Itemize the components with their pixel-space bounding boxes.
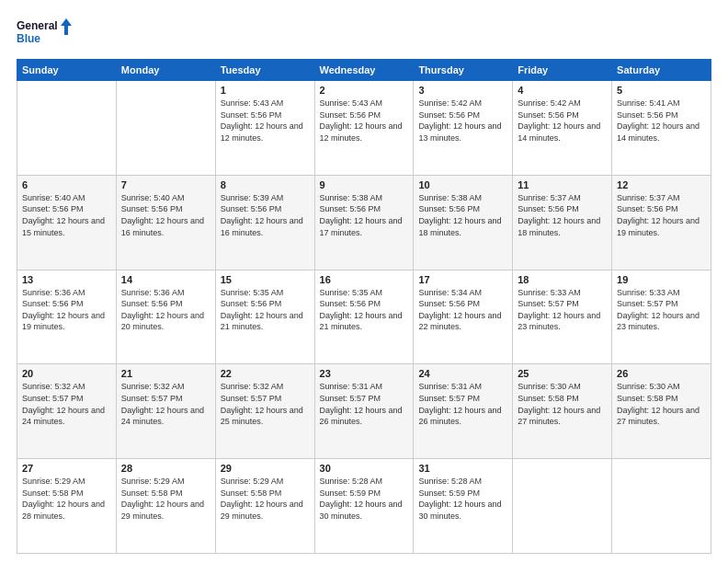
day-cell-17: 17Sunrise: 5:34 AMSunset: 5:56 PMDayligh… (414, 270, 513, 364)
day-info: Sunrise: 5:40 AMSunset: 5:56 PMDaylight:… (22, 192, 111, 238)
day-cell-9: 9Sunrise: 5:38 AMSunset: 5:56 PMDaylight… (314, 175, 414, 270)
day-cell-25: 25Sunrise: 5:30 AMSunset: 5:58 PMDayligh… (513, 364, 612, 459)
day-info: Sunrise: 5:42 AMSunset: 5:56 PMDaylight:… (518, 98, 607, 144)
day-number: 24 (418, 368, 507, 379)
day-cell-27: 27Sunrise: 5:29 AMSunset: 5:58 PMDayligh… (17, 459, 117, 554)
day-cell-18: 18Sunrise: 5:33 AMSunset: 5:57 PMDayligh… (513, 270, 612, 364)
day-number: 9 (320, 179, 409, 190)
day-info: Sunrise: 5:35 AMSunset: 5:56 PMDaylight:… (320, 287, 409, 333)
day-number: 22 (221, 368, 310, 379)
day-cell-2: 2Sunrise: 5:43 AMSunset: 5:56 PMDaylight… (314, 81, 414, 176)
day-cell-29: 29Sunrise: 5:29 AMSunset: 5:58 PMDayligh… (215, 459, 314, 554)
day-number: 12 (617, 179, 706, 190)
day-info: Sunrise: 5:30 AMSunset: 5:58 PMDaylight:… (617, 381, 706, 427)
day-cell-4: 4Sunrise: 5:42 AMSunset: 5:56 PMDaylight… (513, 81, 612, 176)
day-info: Sunrise: 5:42 AMSunset: 5:56 PMDaylight:… (418, 98, 507, 144)
day-cell-3: 3Sunrise: 5:42 AMSunset: 5:56 PMDaylight… (414, 81, 513, 176)
day-number: 18 (518, 274, 607, 285)
day-cell-21: 21Sunrise: 5:32 AMSunset: 5:57 PMDayligh… (116, 364, 215, 459)
empty-cell (612, 459, 711, 554)
day-cell-28: 28Sunrise: 5:29 AMSunset: 5:58 PMDayligh… (116, 459, 215, 554)
day-cell-16: 16Sunrise: 5:35 AMSunset: 5:56 PMDayligh… (314, 270, 414, 364)
svg-text:Blue: Blue (17, 32, 40, 45)
day-number: 25 (518, 368, 607, 379)
day-info: Sunrise: 5:38 AMSunset: 5:56 PMDaylight:… (418, 192, 507, 238)
weekday-header-thursday: Thursday (414, 60, 513, 81)
day-info: Sunrise: 5:29 AMSunset: 5:58 PMDaylight:… (221, 476, 310, 522)
day-info: Sunrise: 5:41 AMSunset: 5:56 PMDaylight:… (617, 98, 706, 144)
day-number: 3 (418, 85, 507, 96)
day-cell-31: 31Sunrise: 5:28 AMSunset: 5:59 PMDayligh… (414, 459, 513, 554)
day-number: 23 (320, 368, 409, 379)
day-info: Sunrise: 5:29 AMSunset: 5:58 PMDaylight:… (22, 476, 111, 522)
day-number: 13 (22, 274, 111, 285)
weekday-header-monday: Monday (116, 60, 215, 81)
day-number: 6 (22, 179, 111, 190)
day-info: Sunrise: 5:33 AMSunset: 5:57 PMDaylight:… (518, 287, 607, 333)
day-cell-30: 30Sunrise: 5:28 AMSunset: 5:59 PMDayligh… (314, 459, 414, 554)
day-cell-23: 23Sunrise: 5:31 AMSunset: 5:57 PMDayligh… (314, 364, 414, 459)
svg-marker-2 (61, 18, 72, 35)
day-cell-22: 22Sunrise: 5:32 AMSunset: 5:57 PMDayligh… (215, 364, 314, 459)
day-number: 4 (518, 85, 607, 96)
day-info: Sunrise: 5:32 AMSunset: 5:57 PMDaylight:… (221, 381, 310, 427)
day-number: 1 (221, 85, 310, 96)
day-cell-11: 11Sunrise: 5:37 AMSunset: 5:56 PMDayligh… (513, 175, 612, 270)
day-number: 17 (418, 274, 507, 285)
day-cell-6: 6Sunrise: 5:40 AMSunset: 5:56 PMDaylight… (17, 175, 117, 270)
weekday-header-tuesday: Tuesday (215, 60, 314, 81)
day-info: Sunrise: 5:37 AMSunset: 5:56 PMDaylight:… (518, 192, 607, 238)
empty-cell (513, 459, 612, 554)
day-number: 5 (617, 85, 706, 96)
day-cell-8: 8Sunrise: 5:39 AMSunset: 5:56 PMDaylight… (215, 175, 314, 270)
day-number: 7 (121, 179, 210, 190)
day-number: 31 (418, 463, 507, 474)
day-number: 14 (121, 274, 210, 285)
weekday-header-saturday: Saturday (612, 60, 711, 81)
day-info: Sunrise: 5:40 AMSunset: 5:56 PMDaylight:… (121, 192, 210, 238)
day-info: Sunrise: 5:38 AMSunset: 5:56 PMDaylight:… (320, 192, 409, 238)
day-cell-19: 19Sunrise: 5:33 AMSunset: 5:57 PMDayligh… (612, 270, 711, 364)
day-number: 27 (22, 463, 111, 474)
day-cell-20: 20Sunrise: 5:32 AMSunset: 5:57 PMDayligh… (17, 364, 117, 459)
day-number: 11 (518, 179, 607, 190)
day-info: Sunrise: 5:33 AMSunset: 5:57 PMDaylight:… (617, 287, 706, 333)
day-info: Sunrise: 5:34 AMSunset: 5:56 PMDaylight:… (418, 287, 507, 333)
day-number: 21 (121, 368, 210, 379)
empty-cell (116, 81, 215, 176)
day-cell-5: 5Sunrise: 5:41 AMSunset: 5:56 PMDaylight… (612, 81, 711, 176)
day-info: Sunrise: 5:43 AMSunset: 5:56 PMDaylight:… (221, 98, 310, 144)
day-cell-15: 15Sunrise: 5:35 AMSunset: 5:56 PMDayligh… (215, 270, 314, 364)
day-number: 19 (617, 274, 706, 285)
weekday-header-wednesday: Wednesday (314, 60, 414, 81)
day-info: Sunrise: 5:35 AMSunset: 5:56 PMDaylight:… (221, 287, 310, 333)
logo-svg: General Blue (17, 17, 72, 50)
day-info: Sunrise: 5:28 AMSunset: 5:59 PMDaylight:… (418, 476, 507, 522)
day-info: Sunrise: 5:43 AMSunset: 5:56 PMDaylight:… (320, 98, 409, 144)
day-number: 29 (221, 463, 310, 474)
logo: General Blue (17, 17, 72, 50)
calendar-table: SundayMondayTuesdayWednesdayThursdayFrid… (17, 59, 711, 554)
page: General Blue SundayMondayTuesdayWednesda… (0, 0, 728, 563)
day-info: Sunrise: 5:31 AMSunset: 5:57 PMDaylight:… (418, 381, 507, 427)
day-info: Sunrise: 5:31 AMSunset: 5:57 PMDaylight:… (320, 381, 409, 427)
day-number: 16 (320, 274, 409, 285)
day-cell-13: 13Sunrise: 5:36 AMSunset: 5:56 PMDayligh… (17, 270, 117, 364)
day-info: Sunrise: 5:37 AMSunset: 5:56 PMDaylight:… (617, 192, 706, 238)
day-number: 10 (418, 179, 507, 190)
day-info: Sunrise: 5:32 AMSunset: 5:57 PMDaylight:… (22, 381, 111, 427)
day-number: 28 (121, 463, 210, 474)
weekday-header-friday: Friday (513, 60, 612, 81)
weekday-header-sunday: Sunday (17, 60, 117, 81)
day-info: Sunrise: 5:32 AMSunset: 5:57 PMDaylight:… (121, 381, 210, 427)
day-info: Sunrise: 5:29 AMSunset: 5:58 PMDaylight:… (121, 476, 210, 522)
svg-text:General: General (17, 19, 58, 32)
day-cell-14: 14Sunrise: 5:36 AMSunset: 5:56 PMDayligh… (116, 270, 215, 364)
day-cell-7: 7Sunrise: 5:40 AMSunset: 5:56 PMDaylight… (116, 175, 215, 270)
day-info: Sunrise: 5:36 AMSunset: 5:56 PMDaylight:… (22, 287, 111, 333)
day-number: 8 (221, 179, 310, 190)
day-number: 30 (320, 463, 409, 474)
day-number: 20 (22, 368, 111, 379)
header: General Blue (17, 17, 711, 50)
day-info: Sunrise: 5:39 AMSunset: 5:56 PMDaylight:… (221, 192, 310, 238)
